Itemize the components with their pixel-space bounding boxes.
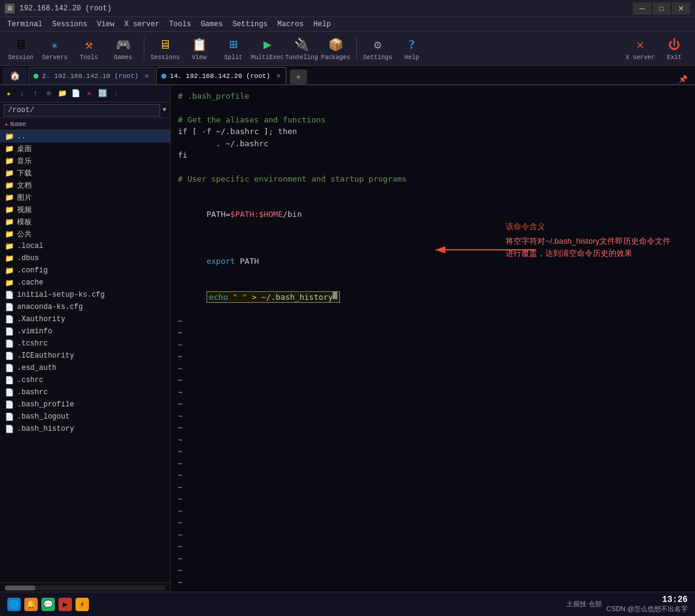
file-item[interactable]: 📁公共	[0, 228, 170, 240]
tab-session-14[interactable]: 14. 192.168.142.20 (root) ✕	[156, 67, 286, 84]
file-item[interactable]: 📁文档	[0, 179, 170, 191]
sidebar-upload-btn[interactable]: ↑	[29, 88, 41, 100]
taskbar-icon-5[interactable]: ⚡	[76, 598, 89, 611]
tab-pin-icon: 📌	[679, 75, 693, 84]
file-item[interactable]: 📁.config	[0, 264, 170, 277]
menu-sessions[interactable]: Sessions	[48, 17, 93, 31]
view-icon: 📋	[191, 37, 208, 54]
menu-xserver[interactable]: X server	[119, 17, 164, 31]
toolbar-sessions-button[interactable]: 🖥 Sessions	[149, 34, 181, 63]
file-item[interactable]: 📄anaconda-ks.cfg	[0, 301, 170, 313]
tilde-line: ~	[178, 517, 688, 529]
toolbar-help-button[interactable]: ? Help	[396, 34, 428, 63]
file-item[interactable]: 📄.bash_logout	[0, 411, 170, 423]
line-5: . ~/.bashrc	[178, 138, 688, 150]
toolbar-settings-label: Settings	[363, 54, 392, 61]
sidebar-refresh-btn[interactable]: ⊙	[43, 88, 55, 100]
line-4: if [ -f ~/.bashrc ]; then	[178, 126, 688, 138]
file-item[interactable]: 📁视频	[0, 204, 170, 216]
tilde-line: ~	[178, 469, 688, 481]
toolbar-xserver-label: X server	[626, 54, 655, 61]
toolbar-exit-button[interactable]: ⏻ Exit	[658, 34, 690, 63]
toolbar-session-button[interactable]: 🖥 Session	[5, 34, 37, 63]
file-item[interactable]: 📄.esd_auth	[0, 362, 170, 374]
menu-settings[interactable]: Settings	[228, 17, 273, 31]
tab-add-button[interactable]: +	[290, 69, 307, 84]
scrollbar-horizontal[interactable]	[5, 586, 165, 590]
file-item[interactable]: 📁..	[0, 130, 170, 143]
file-item[interactable]: 📄.bash_profile	[0, 398, 170, 411]
tilde-line: ~	[178, 529, 688, 541]
file-item[interactable]: 📁.local	[0, 240, 170, 252]
line-7-empty	[178, 161, 688, 173]
file-item[interactable]: 📁音乐	[0, 155, 170, 167]
session-icon: 🖥	[12, 37, 29, 54]
menu-games[interactable]: Games	[196, 17, 228, 31]
menu-tools[interactable]: Tools	[164, 17, 196, 31]
file-item[interactable]: 📄.bashrc	[0, 386, 170, 398]
file-item[interactable]: 📁桌面	[0, 143, 170, 155]
line-8: # User specific environment and startup …	[178, 173, 688, 185]
toolbar-tunneling-button[interactable]: 🔌 Tunneling	[286, 34, 317, 63]
minimize-button[interactable]: ─	[633, 2, 651, 15]
file-item[interactable]: 📄.Xauthority	[0, 313, 170, 325]
toolbar-settings-button[interactable]: ⚙ Settings	[362, 34, 393, 63]
toolbar-separator-2	[356, 37, 357, 61]
maximize-button[interactable]: □	[652, 2, 671, 15]
file-item[interactable]: 📁图片	[0, 191, 170, 204]
toolbar-xserver-button[interactable]: ✕ X server	[624, 34, 656, 63]
file-item[interactable]: 📄.bash_history	[0, 423, 170, 435]
path-dropdown-icon[interactable]: ▼	[163, 107, 166, 113]
sidebar-sort-btn[interactable]: 🔠	[96, 88, 108, 100]
file-list[interactable]: 📁..📁桌面📁音乐📁下载📁文档📁图片📁视频📁模板📁公共📁.local📁.dbus…	[0, 130, 170, 582]
toolbar-servers-button[interactable]: ✳ Servers	[39, 34, 71, 63]
file-item[interactable]: 📁模板	[0, 216, 170, 228]
sessions-icon: 🖥	[157, 37, 174, 54]
status-right: 土掘技 仓部 13:26 CSDN @怎么也想不出名字	[566, 595, 688, 614]
sidebar-star-btn[interactable]: ★	[2, 88, 15, 100]
sort-icon: ▲	[5, 121, 8, 127]
toolbar-games-button[interactable]: 🎮 Games	[107, 34, 139, 63]
taskbar-icon-3[interactable]: 💬	[41, 598, 55, 611]
file-item[interactable]: 📁.cache	[0, 277, 170, 289]
file-item[interactable]: 📄.viminfo	[0, 325, 170, 338]
taskbar-icon-2[interactable]: 🔔	[24, 598, 38, 611]
menu-macros[interactable]: Macros	[272, 17, 308, 31]
tab-session-2[interactable]: 2. 192.168.142.10 (root) ✕	[28, 67, 155, 84]
file-item[interactable]: 📄.cshrc	[0, 374, 170, 386]
tab-close-2[interactable]: ✕	[144, 71, 149, 80]
close-button[interactable]: ✕	[672, 2, 690, 15]
file-item[interactable]: 📄.tcshrc	[0, 338, 170, 350]
toolbar-packages-button[interactable]: 📦 Packages	[320, 34, 351, 63]
tab-dot-14	[161, 74, 166, 79]
file-item[interactable]: 📁下载	[0, 167, 170, 179]
tilde-line: ~	[178, 327, 688, 339]
terminal-content[interactable]: # .bash_profile # Get the aliases and fu…	[171, 85, 695, 616]
tab-label-14: 14. 192.168.142.20 (root)	[170, 73, 270, 80]
toolbar-tools-button[interactable]: ⚒ Tools	[73, 34, 105, 63]
sidebar-newfile-btn[interactable]: 📄	[69, 88, 82, 100]
toolbar-split-button[interactable]: ⊞ Split	[217, 34, 249, 63]
menu-view[interactable]: View	[92, 17, 119, 31]
toolbar-sessions-label: Sessions	[150, 54, 180, 61]
sidebar-download-btn[interactable]: ↓	[16, 88, 28, 100]
taskbar-icon-1[interactable]: 🌐	[7, 598, 21, 611]
tilde-line: ~	[178, 481, 688, 494]
toolbar-view-button[interactable]: 📋 View	[183, 34, 215, 63]
sidebar-newfolder-btn[interactable]: 📁	[56, 88, 68, 100]
toolbar-multiexec-button[interactable]: ▶ MultiExec	[252, 34, 283, 63]
path-input[interactable]	[4, 104, 160, 116]
menu-terminal[interactable]: Terminal	[2, 17, 48, 31]
file-item[interactable]: 📄.ICEauthority	[0, 350, 170, 362]
menu-help[interactable]: Help	[309, 17, 336, 31]
sidebar-extra-btn[interactable]: ⋮	[110, 88, 122, 100]
file-item[interactable]: 📄initial-setup-ks.cfg	[0, 289, 170, 301]
file-item[interactable]: 📁.dbus	[0, 252, 170, 264]
taskbar-icon-4[interactable]: ▶	[58, 598, 72, 611]
sidebar-toolbar: ★ ↓ ↑ ⊙ 📁 📄 ✕ 🔠 ⋮	[0, 85, 170, 102]
settings-icon: ⚙	[369, 37, 386, 54]
tab-home[interactable]: 🏠	[2, 67, 27, 84]
toolbar-session-label: Session	[8, 54, 34, 61]
sidebar-delete-btn[interactable]: ✕	[83, 88, 95, 100]
tab-close-14[interactable]: ✕	[277, 71, 281, 80]
